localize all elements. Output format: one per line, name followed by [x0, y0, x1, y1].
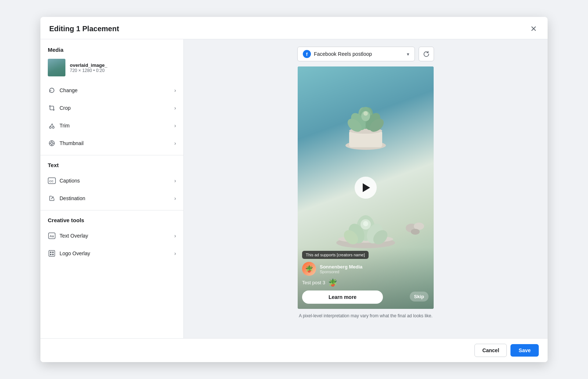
- dropdown-arrow-icon: ▾: [407, 51, 409, 57]
- media-info: overlaid_image_ 720 × 1280 • 0:20: [70, 62, 107, 73]
- advertiser-avatar: 🪴: [302, 262, 316, 276]
- play-triangle-icon: [363, 183, 370, 192]
- play-button[interactable]: [355, 177, 377, 199]
- sponsored-label: Sponsored: [320, 270, 362, 274]
- post-text-row: Test post 3 🪴: [302, 278, 429, 287]
- plant-bottom-svg: [325, 191, 406, 250]
- change-icon: [48, 86, 56, 94]
- facebook-icon: f: [303, 50, 311, 58]
- skip-button[interactable]: Skip: [410, 292, 429, 302]
- svg-point-28: [363, 111, 368, 116]
- media-item: overlaid_image_ 720 × 1280 • 0:20: [40, 57, 183, 82]
- pebbles-svg: [404, 213, 426, 235]
- thumbnail-icon: [48, 139, 56, 147]
- trim-chevron: ›: [174, 123, 176, 129]
- advertiser-name: Sonnenberg Media: [320, 264, 362, 270]
- svg-rect-15: [50, 254, 51, 255]
- modal-header: Editing 1 Placement: [40, 17, 548, 39]
- svg-rect-16: [52, 254, 54, 255]
- svg-point-40: [411, 229, 420, 235]
- media-section: Media overlaid_image_ 720 × 1280 • 0:20: [40, 47, 183, 152]
- logo-overlay-label: Logo Overlay: [60, 250, 90, 256]
- left-panel: Media overlaid_image_ 720 × 1280 • 0:20: [40, 39, 184, 338]
- preview-container: This ad supports [creators name] 🪴 Sonne…: [298, 66, 434, 309]
- thumbnail-chevron: ›: [174, 140, 176, 146]
- text-section: Text CC Captions ›: [40, 158, 183, 207]
- text-overlay-chevron: ›: [174, 233, 176, 239]
- captions-icon: CC: [48, 177, 56, 185]
- destination-label: Destination: [60, 195, 85, 201]
- svg-point-3: [51, 142, 53, 144]
- text-overlay-label: Text Overlay: [60, 233, 88, 239]
- crop-menu-row[interactable]: Crop ›: [40, 99, 183, 117]
- svg-rect-14: [52, 252, 54, 253]
- trim-icon: [48, 122, 56, 130]
- creator-badge: This ad supports [creators name]: [302, 251, 369, 259]
- thumbnail-menu-row[interactable]: Thumbnail ›: [40, 134, 183, 152]
- emoji-icons: 🪴: [328, 278, 337, 287]
- captions-chevron: ›: [174, 178, 176, 184]
- destination-menu-row[interactable]: Destination ›: [40, 190, 183, 207]
- plant-top-svg: [329, 74, 402, 155]
- logo-overlay-menu-row[interactable]: Logo Overlay ›: [40, 245, 183, 262]
- divider-2: [40, 210, 183, 210]
- refresh-button[interactable]: [419, 47, 434, 61]
- thumbnail-label: Thumbnail: [60, 140, 83, 146]
- text-section-title: Text: [40, 162, 183, 172]
- preview-note: A pixel-level interpretation may vary fr…: [299, 313, 433, 318]
- svg-point-37: [363, 221, 368, 226]
- destination-icon: [48, 194, 56, 202]
- svg-rect-12: [49, 250, 55, 256]
- svg-text:CC: CC: [49, 180, 54, 183]
- save-button[interactable]: Save: [510, 344, 539, 357]
- media-section-title: Media: [40, 47, 183, 57]
- trim-label: Trim: [60, 123, 69, 129]
- captions-label: Captions: [60, 178, 80, 184]
- captions-menu-row[interactable]: CC Captions ›: [40, 172, 183, 190]
- modal-title: Editing 1 Placement: [49, 25, 119, 33]
- close-button[interactable]: [528, 24, 539, 34]
- placement-selector[interactable]: f Facebook Reels postloop ▾: [297, 47, 415, 61]
- cancel-button[interactable]: Cancel: [474, 344, 507, 357]
- crop-icon: [48, 104, 56, 112]
- crop-label: Crop: [60, 105, 71, 111]
- preview-toolbar: f Facebook Reels postloop ▾: [297, 47, 434, 61]
- post-text: Test post 3: [302, 280, 325, 285]
- creative-tools-title: Creative tools: [40, 217, 183, 227]
- change-chevron: ›: [174, 87, 176, 93]
- divider-1: [40, 155, 183, 155]
- text-overlay-menu-row[interactable]: Aa Text Overlay ›: [40, 227, 183, 245]
- media-thumbnail: [48, 59, 65, 76]
- modal-footer: Cancel Save: [40, 338, 548, 362]
- svg-rect-13: [50, 252, 51, 253]
- creative-tools-section: Creative tools Aa Text Overlay ›: [40, 213, 183, 262]
- change-menu-row[interactable]: Change ›: [40, 82, 183, 99]
- svg-text:Aa: Aa: [50, 234, 54, 238]
- trim-menu-row[interactable]: Trim ›: [40, 117, 183, 134]
- editing-placement-modal: Editing 1 Placement Media overlaid_image…: [40, 17, 548, 362]
- svg-point-39: [414, 223, 424, 230]
- advertiser-info: Sonnenberg Media Sponsored: [320, 264, 362, 274]
- crop-chevron: ›: [174, 105, 176, 111]
- logo-overlay-icon: [48, 249, 56, 257]
- text-overlay-icon: Aa: [48, 232, 56, 240]
- logo-overlay-chevron: ›: [174, 250, 176, 256]
- media-filename: overlaid_image_: [70, 62, 107, 68]
- destination-chevron: ›: [174, 195, 176, 201]
- learn-more-button[interactable]: Learn more: [302, 290, 383, 304]
- right-panel: f Facebook Reels postloop ▾: [184, 39, 548, 338]
- media-meta: 720 × 1280 • 0:20: [70, 68, 107, 73]
- placement-label: Facebook Reels postloop: [314, 51, 404, 57]
- change-label: Change: [60, 87, 78, 93]
- advertiser-row: 🪴 Sonnenberg Media Sponsored: [302, 262, 429, 276]
- modal-body: Media overlaid_image_ 720 × 1280 • 0:20: [40, 39, 548, 338]
